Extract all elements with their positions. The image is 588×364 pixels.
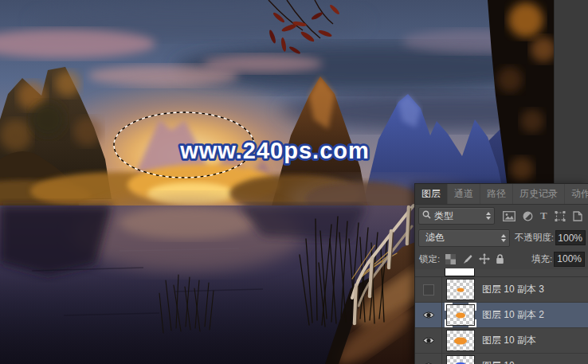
- shape-layers-icon[interactable]: [555, 211, 566, 221]
- filter-type-select[interactable]: 类型: [418, 207, 495, 225]
- type-layers-icon[interactable]: T: [540, 209, 547, 222]
- layers-panel: 图层 通道 路径 历史记录 动作 类型 T: [414, 183, 588, 364]
- layer-row-selected[interactable]: 图层 10 副本 2: [415, 303, 588, 328]
- chevron-updown-icon: [483, 212, 491, 220]
- tab-layers[interactable]: 图层: [415, 184, 447, 204]
- layer-name[interactable]: 图层 10 副本 3: [482, 283, 544, 296]
- blend-mode-value: 滤色: [425, 231, 445, 245]
- adjustment-layers-icon[interactable]: [523, 211, 533, 221]
- tab-channels[interactable]: 通道: [447, 184, 480, 204]
- layer-row[interactable]: 图层 10 副本: [415, 328, 588, 354]
- watermark-text: www.240ps.com: [179, 138, 370, 163]
- filter-type-label: 类型: [434, 209, 453, 223]
- pixel-layers-icon[interactable]: [503, 211, 515, 221]
- eye-icon: [422, 336, 435, 345]
- magnifier-icon: [422, 210, 431, 221]
- lock-row: 锁定: 填充: 100%: [415, 249, 588, 270]
- lock-pixels-icon[interactable]: [461, 254, 473, 264]
- visibility-toggle[interactable]: [415, 328, 442, 353]
- layer-row-partial: [415, 269, 588, 277]
- layer-thumbnail[interactable]: [447, 331, 474, 350]
- tab-history[interactable]: 历史记录: [512, 184, 564, 204]
- visibility-toggle[interactable]: [415, 354, 442, 364]
- eye-icon: [422, 311, 435, 319]
- fill-label: 填充:: [531, 253, 552, 265]
- layer-thumbnail[interactable]: [447, 305, 474, 325]
- opacity-value-field[interactable]: 100%: [555, 230, 586, 245]
- photoshop-window: www.240ps.com 图层 通道 路径 历史记录 动作 类型: [0, 0, 588, 364]
- chevron-updown-icon: [498, 234, 506, 242]
- blend-mode-select[interactable]: 滤色: [418, 229, 510, 247]
- lock-position-icon[interactable]: [479, 253, 490, 264]
- layer-thumbnail-partial: [445, 268, 475, 276]
- opacity-label: 不透明度:: [515, 232, 554, 244]
- tab-actions[interactable]: 动作: [564, 184, 588, 204]
- layer-name[interactable]: 图层 10 副本 2: [482, 308, 544, 322]
- layer-name[interactable]: 图层 10: [482, 359, 515, 364]
- visibility-toggle[interactable]: [415, 303, 442, 327]
- smart-object-icon[interactable]: [573, 211, 582, 221]
- layer-list: 图层 10 副本 3 图层 10 副本 2 图层 10 副本: [415, 269, 588, 364]
- blend-mode-row: 滤色 不透明度: 100%: [415, 227, 588, 249]
- visibility-toggle[interactable]: [415, 277, 442, 302]
- fill-value-field[interactable]: 100%: [554, 252, 585, 267]
- tab-paths[interactable]: 路径: [480, 184, 512, 204]
- visibility-off-box: [423, 284, 434, 296]
- layer-thumbnail[interactable]: [447, 356, 474, 364]
- panel-tabstrip: 图层 通道 路径 历史记录 动作: [415, 184, 588, 205]
- lock-label: 锁定:: [419, 253, 440, 265]
- layer-thumbnail[interactable]: [447, 280, 474, 299]
- lock-transparency-icon[interactable]: [445, 254, 456, 264]
- layer-name[interactable]: 图层 10 副本: [482, 334, 536, 347]
- layer-filter-row: 类型 T: [415, 205, 588, 227]
- layer-row[interactable]: 图层 10 副本 3: [415, 277, 588, 303]
- lock-all-icon[interactable]: [496, 254, 504, 264]
- layer-row[interactable]: 图层 10: [415, 354, 588, 364]
